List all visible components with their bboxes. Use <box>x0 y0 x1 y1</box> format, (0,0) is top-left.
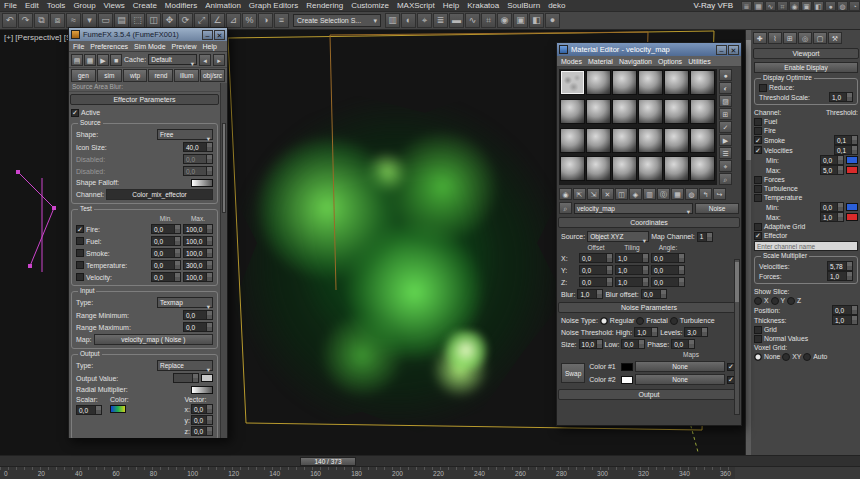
angle-spinner[interactable]: 0,0 <box>651 277 685 287</box>
go-to-sibling-icon[interactable]: ↪ <box>713 188 726 200</box>
command-panel-scrollbar[interactable] <box>746 30 751 455</box>
cache-dropdown[interactable]: Default <box>148 54 197 65</box>
schematic-view-icon[interactable]: ⌗ <box>777 1 788 11</box>
reset-map-icon[interactable]: ✕ <box>601 188 614 200</box>
material-sample-slot[interactable] <box>638 156 663 181</box>
viewport-rollout-header[interactable]: Viewport <box>753 48 859 59</box>
tiling-spinner[interactable]: 1,0 <box>615 265 649 275</box>
material-editor-menu-item[interactable]: Utilities <box>686 58 713 65</box>
adaptive-grid-checkbox[interactable] <box>754 223 762 231</box>
noise-parameters-rollout[interactable]: Noise Parameters <box>558 302 740 313</box>
save-icon[interactable]: ▦ <box>84 54 96 66</box>
channel-checkbox[interactable] <box>754 118 762 126</box>
go-to-parent-icon[interactable]: ↰ <box>699 188 712 200</box>
material-sample-slot[interactable] <box>560 99 585 124</box>
min-color-swatch[interactable] <box>846 203 858 211</box>
test-min-spinner[interactable]: 0,0 <box>151 272 181 282</box>
show-end-result-icon[interactable]: ◍ <box>685 188 698 200</box>
vray-toolbar-label[interactable]: V-Ray VFB <box>689 1 737 10</box>
render-frame-icon[interactable]: ◧ <box>529 13 544 28</box>
color1-swatch[interactable] <box>621 363 633 371</box>
material-editor-titlebar[interactable]: Material Editor - velocity_map <box>557 43 741 56</box>
menu-item[interactable]: Rendering <box>302 1 347 10</box>
test-channel-checkbox[interactable] <box>76 237 84 245</box>
make-preview-icon[interactable]: ▶ <box>719 134 732 146</box>
material-sample-slot[interactable] <box>638 70 663 95</box>
low-spinner[interactable]: 0,0 <box>621 339 645 349</box>
menu-item[interactable]: SoulBurn <box>503 1 544 10</box>
menu-item[interactable]: Group <box>69 1 99 10</box>
rendered-frame-window-icon[interactable]: ◧ <box>813 1 824 11</box>
coordinates-rollout[interactable]: Coordinates <box>558 217 740 228</box>
render-setup-toolbar-icon[interactable]: ▣ <box>513 13 528 28</box>
unlink-selection-icon[interactable]: ⧈ <box>50 13 65 28</box>
test-channel-checkbox[interactable] <box>76 273 84 281</box>
test-max-spinner[interactable]: 100,0 <box>183 272 213 282</box>
map-button[interactable]: velocity_map ( Noise ) <box>94 334 213 345</box>
hierarchy-tab-icon[interactable]: ⊞ <box>783 32 797 44</box>
menu-item[interactable]: File <box>0 1 21 10</box>
create-tab-icon[interactable]: ✚ <box>753 32 767 44</box>
material-editor-icon[interactable]: ◉ <box>789 1 800 11</box>
effector-channel-name-input[interactable] <box>754 241 858 251</box>
layer-explorer-icon[interactable]: ≣ <box>433 13 448 28</box>
fumefx-tab[interactable]: illum <box>174 69 199 82</box>
material-sample-slot[interactable] <box>560 156 585 181</box>
offset-spinner[interactable]: 0,0 <box>579 253 613 263</box>
channel-checkbox[interactable] <box>754 136 762 144</box>
test-channel-checkbox[interactable] <box>76 261 84 269</box>
min-color-swatch[interactable] <box>846 156 858 164</box>
material-sample-slot[interactable] <box>586 156 611 181</box>
eyedropper-icon[interactable] <box>559 202 572 214</box>
percent-snap-icon[interactable]: % <box>242 13 257 28</box>
range-minimum-spinner[interactable]: 0,0 <box>183 310 213 320</box>
render-iterative-icon[interactable]: ◍ <box>837 1 848 11</box>
fumefx-menu-item[interactable]: Help <box>200 43 218 50</box>
quick-render-icon[interactable]: ◔ <box>849 1 860 11</box>
test-min-spinner[interactable]: 0,0 <box>151 236 181 246</box>
menu-item[interactable]: Krakatoa <box>463 1 503 10</box>
make-copy-icon[interactable]: ◫ <box>615 188 628 200</box>
channel-checkbox[interactable] <box>754 176 762 184</box>
test-channel-checkbox[interactable] <box>76 225 84 233</box>
test-max-spinner[interactable]: 100,0 <box>183 248 213 258</box>
stop-simulation-icon[interactable]: ■ <box>110 54 122 66</box>
max-color-swatch[interactable] <box>846 166 858 174</box>
fumefx-tab[interactable]: obj/src <box>200 69 225 82</box>
slice-x-radio[interactable] <box>754 297 762 305</box>
swap-button[interactable]: Swap <box>561 363 585 383</box>
assign-material-icon[interactable]: ⇲ <box>587 188 600 200</box>
fumefx-menu-item[interactable]: File <box>71 43 86 50</box>
select-and-move-icon[interactable]: ✥ <box>162 13 177 28</box>
material-sample-slot[interactable] <box>664 156 689 181</box>
material-sample-slot[interactable] <box>612 99 637 124</box>
material-id-icon[interactable]: ⓪ <box>657 188 670 200</box>
voxel-xy-radio[interactable] <box>782 353 790 361</box>
modify-tab-icon[interactable]: ⌇ <box>768 32 782 44</box>
put-to-library-icon[interactable]: ▥ <box>643 188 656 200</box>
threshold-scale-spinner[interactable]: 1,0 <box>829 92 853 102</box>
selection-region-icon[interactable]: ⬚ <box>130 13 145 28</box>
material-sample-slot[interactable] <box>664 128 689 153</box>
channel-value-spinner[interactable]: 0,1 <box>834 135 858 145</box>
menu-item[interactable]: Help <box>439 1 463 10</box>
mirror-tool-icon[interactable]: ◐ <box>401 13 416 28</box>
map-channel-spinner[interactable]: 1 <box>697 232 713 242</box>
material-sample-slot[interactable] <box>638 99 663 124</box>
channel-checkbox[interactable] <box>754 194 762 202</box>
material-sample-slot[interactable] <box>690 128 715 153</box>
slice-y-radio[interactable] <box>771 297 779 305</box>
test-min-spinner[interactable]: 0,0 <box>151 260 181 270</box>
material-sample-slot[interactable] <box>586 128 611 153</box>
show-map-in-viewport-icon[interactable]: ▦ <box>671 188 684 200</box>
menu-item[interactable]: MAXScript <box>393 1 439 10</box>
range-maximum-spinner[interactable]: 0,0 <box>183 322 213 332</box>
curve-editor-icon[interactable]: ∿ <box>765 1 776 11</box>
levels-spinner[interactable]: 3,0 <box>684 327 708 337</box>
material-sample-slot[interactable] <box>664 70 689 95</box>
render-setup-icon[interactable]: ▣ <box>801 1 812 11</box>
minimize-icon[interactable] <box>716 45 727 55</box>
fumefx-titlebar[interactable]: FumeFX 3.5.4 (FumeFX001) <box>69 28 227 41</box>
test-max-spinner[interactable]: 100,0 <box>183 236 213 246</box>
fumefx-scrollbar[interactable] <box>220 83 227 438</box>
